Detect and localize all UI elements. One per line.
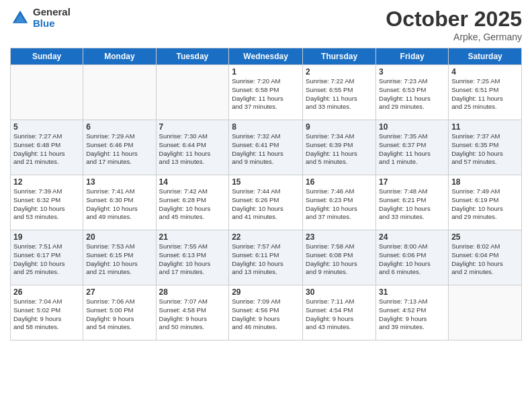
day-cell-12: 12Sunrise: 7:39 AM Sunset: 6:32 PM Dayli… xyxy=(11,175,83,230)
day-info: Sunrise: 7:41 AM Sunset: 6:30 PM Dayligh… xyxy=(86,187,152,222)
day-cell-4: 4Sunrise: 7:25 AM Sunset: 6:51 PM Daylig… xyxy=(449,65,522,120)
day-number: 19 xyxy=(13,232,80,242)
week-row-3: 12Sunrise: 7:39 AM Sunset: 6:32 PM Dayli… xyxy=(11,175,522,230)
day-cell-3: 3Sunrise: 7:23 AM Sunset: 6:53 PM Daylig… xyxy=(376,65,449,120)
day-number: 26 xyxy=(13,287,80,297)
day-cell-27: 27Sunrise: 7:06 AM Sunset: 5:00 PM Dayli… xyxy=(83,285,156,340)
day-number: 30 xyxy=(306,287,373,297)
day-info: Sunrise: 7:39 AM Sunset: 6:32 PM Dayligh… xyxy=(13,187,80,222)
day-info: Sunrise: 7:09 AM Sunset: 4:56 PM Dayligh… xyxy=(232,298,300,332)
day-cell-15: 15Sunrise: 7:44 AM Sunset: 6:26 PM Dayli… xyxy=(229,175,303,230)
day-number: 23 xyxy=(306,232,373,242)
day-cell-26: 26Sunrise: 7:04 AM Sunset: 5:02 PM Dayli… xyxy=(11,285,83,340)
day-number: 28 xyxy=(159,287,226,297)
title-area: October 2025 Arpke, Germany xyxy=(386,7,522,42)
day-cell-9: 9Sunrise: 7:34 AM Sunset: 6:39 PM Daylig… xyxy=(303,120,376,175)
day-cell-18: 18Sunrise: 7:49 AM Sunset: 6:19 PM Dayli… xyxy=(449,175,522,230)
day-info: Sunrise: 7:55 AM Sunset: 6:13 PM Dayligh… xyxy=(159,242,226,277)
day-info: Sunrise: 7:23 AM Sunset: 6:53 PM Dayligh… xyxy=(379,77,445,111)
day-cell-14: 14Sunrise: 7:42 AM Sunset: 6:28 PM Dayli… xyxy=(156,175,229,230)
empty-cell xyxy=(11,65,83,120)
logo-blue-text: Blue xyxy=(33,18,71,30)
day-cell-24: 24Sunrise: 8:00 AM Sunset: 6:06 PM Dayli… xyxy=(376,230,449,285)
day-cell-22: 22Sunrise: 7:57 AM Sunset: 6:11 PM Dayli… xyxy=(229,230,303,285)
day-cell-29: 29Sunrise: 7:09 AM Sunset: 4:56 PM Dayli… xyxy=(229,285,303,340)
day-info: Sunrise: 7:46 AM Sunset: 6:23 PM Dayligh… xyxy=(306,187,373,222)
day-info: Sunrise: 7:11 AM Sunset: 4:54 PM Dayligh… xyxy=(306,298,373,332)
day-cell-2: 2Sunrise: 7:22 AM Sunset: 6:55 PM Daylig… xyxy=(303,65,376,120)
day-header-monday: Monday xyxy=(83,48,156,65)
day-info: Sunrise: 7:06 AM Sunset: 5:00 PM Dayligh… xyxy=(86,298,152,332)
day-number: 22 xyxy=(232,232,300,242)
day-info: Sunrise: 7:04 AM Sunset: 5:02 PM Dayligh… xyxy=(13,298,80,332)
day-cell-31: 31Sunrise: 7:13 AM Sunset: 4:52 PM Dayli… xyxy=(376,285,449,340)
week-row-5: 26Sunrise: 7:04 AM Sunset: 5:02 PM Dayli… xyxy=(11,285,522,340)
day-info: Sunrise: 7:30 AM Sunset: 6:44 PM Dayligh… xyxy=(159,132,226,167)
day-number: 8 xyxy=(232,122,300,132)
calendar-header-row: SundayMondayTuesdayWednesdayThursdayFrid… xyxy=(11,48,522,65)
day-number: 11 xyxy=(451,122,519,132)
logo: General Blue xyxy=(10,7,71,29)
day-number: 2 xyxy=(306,67,373,77)
logo-icon xyxy=(10,8,30,28)
day-cell-28: 28Sunrise: 7:07 AM Sunset: 4:58 PM Dayli… xyxy=(156,285,229,340)
day-info: Sunrise: 7:48 AM Sunset: 6:21 PM Dayligh… xyxy=(379,187,445,222)
day-number: 13 xyxy=(86,177,152,187)
day-info: Sunrise: 8:00 AM Sunset: 6:06 PM Dayligh… xyxy=(379,242,445,277)
day-info: Sunrise: 7:49 AM Sunset: 6:19 PM Dayligh… xyxy=(451,187,519,222)
day-number: 15 xyxy=(232,177,300,187)
day-cell-11: 11Sunrise: 7:37 AM Sunset: 6:35 PM Dayli… xyxy=(449,120,522,175)
day-info: Sunrise: 7:57 AM Sunset: 6:11 PM Dayligh… xyxy=(232,242,300,277)
day-cell-16: 16Sunrise: 7:46 AM Sunset: 6:23 PM Dayli… xyxy=(303,175,376,230)
week-row-1: 1Sunrise: 7:20 AM Sunset: 6:58 PM Daylig… xyxy=(11,65,522,120)
month-title: October 2025 xyxy=(386,7,522,32)
day-number: 14 xyxy=(159,177,226,187)
day-number: 12 xyxy=(13,177,80,187)
day-number: 7 xyxy=(159,122,226,132)
day-number: 4 xyxy=(451,67,519,77)
logo-general-text: General xyxy=(33,7,71,18)
day-number: 10 xyxy=(379,122,445,132)
day-info: Sunrise: 7:20 AM Sunset: 6:58 PM Dayligh… xyxy=(232,77,300,111)
day-info: Sunrise: 7:13 AM Sunset: 4:52 PM Dayligh… xyxy=(379,298,445,332)
day-number: 27 xyxy=(86,287,152,297)
day-cell-7: 7Sunrise: 7:30 AM Sunset: 6:44 PM Daylig… xyxy=(156,120,229,175)
day-info: Sunrise: 7:51 AM Sunset: 6:17 PM Dayligh… xyxy=(13,242,80,277)
logo-text: General Blue xyxy=(33,7,71,29)
day-cell-23: 23Sunrise: 7:58 AM Sunset: 6:08 PM Dayli… xyxy=(303,230,376,285)
day-info: Sunrise: 7:53 AM Sunset: 6:15 PM Dayligh… xyxy=(86,242,152,277)
location: Arpke, Germany xyxy=(386,32,522,42)
day-cell-10: 10Sunrise: 7:35 AM Sunset: 6:37 PM Dayli… xyxy=(376,120,449,175)
header: General Blue October 2025 Arpke, Germany xyxy=(10,7,522,42)
day-cell-25: 25Sunrise: 8:02 AM Sunset: 6:04 PM Dayli… xyxy=(449,230,522,285)
day-number: 18 xyxy=(451,177,519,187)
day-number: 3 xyxy=(379,67,445,77)
day-number: 24 xyxy=(379,232,445,242)
day-header-tuesday: Tuesday xyxy=(156,48,229,65)
day-cell-21: 21Sunrise: 7:55 AM Sunset: 6:13 PM Dayli… xyxy=(156,230,229,285)
day-number: 17 xyxy=(379,177,445,187)
day-number: 25 xyxy=(451,232,519,242)
day-header-saturday: Saturday xyxy=(449,48,522,65)
day-number: 6 xyxy=(86,122,152,132)
page-container: General Blue October 2025 Arpke, Germany… xyxy=(0,0,532,411)
week-row-2: 5Sunrise: 7:27 AM Sunset: 6:48 PM Daylig… xyxy=(11,120,522,175)
day-info: Sunrise: 7:27 AM Sunset: 6:48 PM Dayligh… xyxy=(13,132,80,167)
day-number: 9 xyxy=(306,122,373,132)
day-number: 29 xyxy=(232,287,300,297)
day-number: 5 xyxy=(13,122,80,132)
empty-cell xyxy=(449,285,522,340)
day-header-sunday: Sunday xyxy=(11,48,83,65)
day-info: Sunrise: 8:02 AM Sunset: 6:04 PM Dayligh… xyxy=(451,242,519,277)
day-number: 20 xyxy=(86,232,152,242)
day-info: Sunrise: 7:35 AM Sunset: 6:37 PM Dayligh… xyxy=(379,132,445,167)
day-info: Sunrise: 7:32 AM Sunset: 6:41 PM Dayligh… xyxy=(232,132,300,167)
day-cell-30: 30Sunrise: 7:11 AM Sunset: 4:54 PM Dayli… xyxy=(303,285,376,340)
day-number: 16 xyxy=(306,177,373,187)
day-cell-1: 1Sunrise: 7:20 AM Sunset: 6:58 PM Daylig… xyxy=(229,65,303,120)
day-info: Sunrise: 7:34 AM Sunset: 6:39 PM Dayligh… xyxy=(306,132,373,167)
calendar-table: SundayMondayTuesdayWednesdayThursdayFrid… xyxy=(10,48,522,340)
day-info: Sunrise: 7:37 AM Sunset: 6:35 PM Dayligh… xyxy=(451,132,519,167)
day-cell-8: 8Sunrise: 7:32 AM Sunset: 6:41 PM Daylig… xyxy=(229,120,303,175)
day-cell-19: 19Sunrise: 7:51 AM Sunset: 6:17 PM Dayli… xyxy=(11,230,83,285)
